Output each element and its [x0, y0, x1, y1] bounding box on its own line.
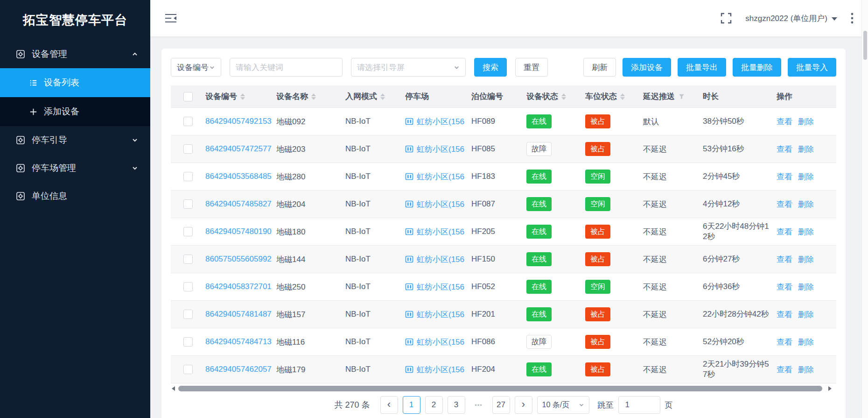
parking-lot-link[interactable]: 虹纺小区(156 — [405, 337, 471, 347]
device-no-link[interactable]: 864294058372701 — [205, 282, 272, 291]
select-all-checkbox[interactable] — [183, 92, 193, 101]
device-no-link[interactable]: 864294053568485 — [205, 172, 272, 181]
parking-lot-link[interactable]: 虹纺小区(156 — [405, 116, 471, 127]
keyword-input[interactable]: 请输入关键词 — [230, 58, 343, 77]
device-no-link[interactable]: 864294057472577 — [205, 144, 272, 153]
row-checkbox[interactable] — [183, 365, 193, 374]
device-no-link[interactable]: 864294057484713 — [205, 337, 272, 346]
view-link[interactable]: 查看 — [777, 254, 792, 265]
parking-lot-link[interactable]: 虹纺小区(156 — [405, 282, 471, 292]
parking-lot-link[interactable]: 虹纺小区(156 — [405, 227, 471, 237]
device-no-link[interactable]: 864294057480190 — [205, 227, 272, 236]
delay-push: 不延迟 — [643, 171, 703, 182]
page-size-select[interactable]: 10 条/页 — [537, 396, 589, 414]
user-menu[interactable]: shzgzn2022 (单位用户) — [745, 13, 837, 24]
view-link[interactable]: 查看 — [777, 309, 792, 320]
plus-icon — [29, 107, 38, 116]
jump-page-input[interactable]: 1 — [618, 396, 660, 414]
add-device-button[interactable]: 添加设备 — [623, 58, 671, 77]
parking-lot-link[interactable]: 虹纺小区(156 — [405, 171, 471, 182]
delete-link[interactable]: 删除 — [798, 364, 814, 375]
view-link[interactable]: 查看 — [777, 227, 792, 237]
parking-lot-link[interactable]: 虹纺小区(156 — [405, 254, 471, 265]
view-link[interactable]: 查看 — [777, 171, 792, 182]
filter-bar: 设备编号 请输入关键词 请选择引导屏 搜索 重置 刷新 添加设备 批量导出 批量… — [171, 58, 836, 77]
batch-import-button[interactable]: 批量导入 — [788, 58, 836, 77]
view-link[interactable]: 查看 — [777, 144, 792, 155]
row-checkbox[interactable] — [183, 337, 193, 347]
row-checkbox[interactable] — [183, 282, 193, 291]
delete-link[interactable]: 删除 — [798, 116, 814, 127]
guidance-screen-select[interactable]: 请选择引导屏 — [351, 58, 466, 77]
row-checkbox[interactable] — [183, 199, 193, 209]
view-link[interactable]: 查看 — [777, 282, 792, 292]
sort-control[interactable] — [380, 93, 385, 100]
device-no-link[interactable]: 864294057492153 — [205, 117, 272, 126]
delay-push: 不延迟 — [643, 282, 703, 292]
delete-link[interactable]: 删除 — [798, 144, 814, 155]
page-ellipsis[interactable]: ••• — [470, 402, 488, 409]
view-link[interactable]: 查看 — [777, 199, 792, 210]
delete-link[interactable]: 删除 — [798, 309, 814, 320]
batch-export-button[interactable]: 批量导出 — [678, 58, 726, 77]
sort-control[interactable] — [620, 93, 625, 100]
row-checkbox[interactable] — [183, 227, 193, 236]
row-checkbox[interactable] — [183, 172, 193, 181]
filter-funnel-icon[interactable] — [679, 93, 685, 99]
duration: 2分钟45秒 — [703, 171, 777, 182]
parking-screen-icon — [405, 172, 413, 181]
parking-screen-icon — [405, 227, 413, 236]
sidebar-item-device-list[interactable]: 设备列表 — [0, 68, 150, 97]
parking-lot-link[interactable]: 虹纺小区(156 — [405, 309, 471, 320]
sort-control[interactable] — [240, 93, 245, 100]
page-button-2[interactable]: 2 — [425, 396, 443, 414]
device-no-link[interactable]: 864294057481487 — [205, 310, 272, 319]
page-button-27[interactable]: 27 — [492, 396, 510, 414]
vertical-scrollbar[interactable] — [861, 0, 868, 418]
parking-lot-link[interactable]: 虹纺小区(156 — [405, 364, 471, 375]
view-link[interactable]: 查看 — [777, 116, 792, 127]
refresh-button[interactable]: 刷新 — [583, 58, 616, 77]
sidebar-item-unit-info[interactable]: 单位信息 — [0, 182, 150, 210]
device-no-link[interactable]: 860575055605992 — [205, 255, 272, 263]
delete-link[interactable]: 删除 — [798, 199, 814, 210]
sidebar-item-add-device[interactable]: 添加设备 — [0, 97, 150, 126]
sidebar-item-parking-lot-management[interactable]: 停车场管理 — [0, 154, 150, 182]
row-checkbox[interactable] — [183, 255, 193, 264]
delete-link[interactable]: 删除 — [798, 282, 814, 292]
fullscreen-icon[interactable] — [720, 12, 732, 24]
row-checkbox[interactable] — [183, 310, 193, 319]
reset-button[interactable]: 重置 — [515, 58, 548, 77]
row-checkbox[interactable] — [183, 144, 193, 154]
sidebar-item-parking-guidance[interactable]: 停车引导 — [0, 126, 150, 154]
scroll-left-icon[interactable] — [172, 386, 175, 391]
horizontal-scrollbar[interactable] — [171, 385, 836, 392]
sort-control[interactable] — [311, 93, 316, 100]
search-field-select[interactable]: 设备编号 — [171, 58, 221, 77]
delay-push: 不延迟 — [643, 227, 703, 237]
delete-link[interactable]: 删除 — [798, 337, 814, 347]
prev-page-button[interactable]: ‹ — [380, 396, 398, 414]
device-no-link[interactable]: 864294057485827 — [205, 199, 272, 208]
page-button-1[interactable]: 1 — [403, 396, 420, 414]
scroll-right-icon[interactable] — [828, 386, 832, 391]
parking-lot-link[interactable]: 虹纺小区(156 — [405, 144, 471, 155]
delete-link[interactable]: 删除 — [798, 171, 814, 182]
delete-link[interactable]: 删除 — [798, 227, 814, 237]
delete-link[interactable]: 删除 — [798, 254, 814, 265]
sidebar-item-device-management[interactable]: 设备管理 — [0, 40, 150, 68]
device-no-link[interactable]: 864294057462057 — [205, 365, 272, 374]
search-button[interactable]: 搜索 — [474, 58, 507, 77]
parking-lot-link[interactable]: 虹纺小区(156 — [405, 199, 471, 210]
sort-control[interactable] — [561, 93, 566, 100]
vertical-scrollbar-thumb[interactable] — [863, 31, 867, 60]
more-vertical-icon[interactable] — [850, 12, 854, 25]
view-link[interactable]: 查看 — [777, 337, 792, 347]
menu-fold-icon[interactable] — [164, 13, 177, 24]
view-link[interactable]: 查看 — [777, 364, 792, 375]
batch-delete-button[interactable]: 批量删除 — [733, 58, 781, 77]
page-button-3[interactable]: 3 — [448, 396, 465, 414]
horizontal-scrollbar-thumb[interactable] — [178, 386, 822, 391]
next-page-button[interactable]: › — [515, 396, 532, 414]
row-checkbox[interactable] — [183, 117, 193, 126]
